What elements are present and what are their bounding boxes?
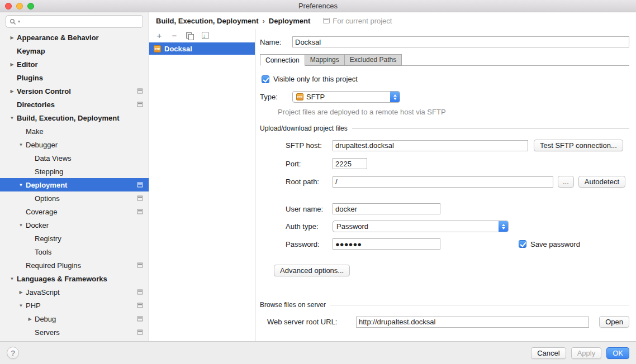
server-item-label: Docksal (164, 45, 192, 53)
port-input[interactable] (333, 158, 367, 169)
server-list: Docksal (149, 42, 255, 341)
sidebar-item-label: Options (35, 194, 60, 203)
save-password-label: Save password (530, 240, 580, 248)
upload-section-header: Upload/download project files (260, 124, 629, 132)
close-icon[interactable] (5, 3, 12, 9)
browse-root-path-button[interactable]: ... (558, 176, 574, 188)
sidebar-item-debugger[interactable]: ▼ Debugger (0, 138, 149, 151)
sidebar-item-languages-frameworks[interactable]: ▼ Languages & Frameworks (0, 272, 149, 285)
server-toolbar: + − (149, 29, 255, 42)
ok-button[interactable]: OK (606, 347, 629, 359)
per-project-settings-icon (137, 263, 143, 268)
type-value: SFTP (306, 93, 387, 101)
per-project-settings-icon (137, 89, 143, 94)
tree-arrow-icon: ▶ (9, 62, 15, 67)
tab-excluded-paths[interactable]: Excluded Paths (344, 54, 402, 65)
sidebar-item-plugins[interactable]: Plugins (0, 71, 149, 84)
sidebar-item-label: Plugins (17, 74, 43, 82)
sidebar-item-label: Required Plugins (26, 261, 81, 270)
tab-mappings[interactable]: Mappings (305, 54, 345, 65)
server-list-panel: + − Docksal (149, 29, 255, 341)
search-icon (10, 18, 16, 25)
auth-type-select[interactable]: Password (333, 221, 509, 232)
server-item-docksal[interactable]: Docksal (149, 42, 255, 55)
root-path-input[interactable] (333, 176, 553, 188)
port-label: Port: (286, 160, 333, 168)
sidebar-item-label: Directories (17, 100, 55, 109)
sidebar-item-data-views[interactable]: Data Views (0, 151, 149, 165)
paste-icon[interactable] (200, 31, 209, 40)
sidebar-item-label: Data Views (35, 154, 72, 162)
sidebar-item-keymap[interactable]: Keymap (0, 44, 149, 58)
copy-icon[interactable] (185, 31, 194, 40)
help-button[interactable]: ? (7, 347, 19, 359)
zoom-icon[interactable] (27, 3, 34, 9)
tree-arrow-icon: ▼ (9, 116, 15, 121)
sidebar-item-servers[interactable]: Servers (0, 325, 149, 339)
sidebar-item-make[interactable]: Make (0, 124, 149, 138)
sidebar-item-php[interactable]: ▼ PHP (0, 299, 149, 312)
sidebar-item-directories[interactable]: Directories (0, 98, 149, 111)
settings-search[interactable]: ▾ (6, 15, 143, 28)
per-project-settings-icon (137, 330, 143, 335)
breadcrumb: Build, Execution, Deployment › Deploymen… (149, 12, 636, 29)
sidebar-item-javascript[interactable]: ▶ JavaScript (0, 285, 149, 299)
sidebar-item-docker[interactable]: ▼ Docker (0, 218, 149, 232)
sidebar-item-label: Tools (35, 248, 51, 256)
window-title: Preferences (0, 2, 636, 10)
root-path-label: Root path: (286, 178, 333, 186)
for-current-project-icon (323, 18, 330, 23)
breadcrumb-build-execution-deployment[interactable]: Build, Execution, Deployment (156, 17, 258, 25)
password-label: Password: (286, 240, 333, 248)
sftp-host-input[interactable] (333, 140, 528, 151)
autodetect-button[interactable]: Autodetect (578, 176, 625, 188)
visible-only-label: Visible only for this project (273, 75, 358, 83)
apply-button[interactable]: Apply (571, 347, 602, 359)
open-button[interactable]: Open (599, 316, 629, 328)
test-sftp-connection-button[interactable]: Test SFTP connection... (534, 140, 623, 151)
sidebar-item-registry[interactable]: Registry (0, 232, 149, 245)
sidebar-item-stepping[interactable]: Stepping (0, 165, 149, 178)
sidebar-item-appearance-behavior[interactable]: ▶ Appearance & Behavior (0, 31, 149, 44)
save-password-checkbox[interactable] (519, 240, 526, 248)
tree-arrow-icon: ▼ (18, 223, 24, 228)
per-project-settings-icon (137, 209, 143, 214)
sidebar-item-label: Debug (35, 315, 56, 323)
sidebar-item-label: Coverage (26, 208, 57, 216)
sftp-server-icon (154, 45, 161, 52)
per-project-settings-icon (137, 196, 143, 201)
type-select[interactable]: SFTP (292, 91, 400, 103)
sidebar-item-build-execution-deployment[interactable]: ▼ Build, Execution, Deployment (0, 111, 149, 124)
browse-section-header: Browse files on server (260, 301, 629, 309)
visible-only-checkbox[interactable] (262, 75, 269, 83)
sidebar-item-editor[interactable]: ▶ Editor (0, 58, 149, 71)
sidebar-item-options[interactable]: Options (0, 191, 149, 205)
remove-icon[interactable]: − (170, 31, 179, 40)
sidebar-item-label: Registry (35, 234, 61, 243)
search-input[interactable] (22, 18, 139, 26)
tab-connection[interactable]: Connection (260, 54, 305, 66)
sidebar-item-label: Version Control (17, 87, 71, 95)
password-input[interactable] (333, 238, 440, 250)
sidebar-item-deployment[interactable]: ▼ Deployment (0, 178, 149, 191)
tree-arrow-icon: ▼ (18, 142, 24, 147)
minimize-icon[interactable] (16, 3, 23, 9)
cancel-button[interactable]: Cancel (531, 347, 566, 359)
web-root-input[interactable] (356, 317, 589, 328)
per-project-settings-icon (137, 290, 143, 295)
advanced-options-button[interactable]: Advanced options... (274, 265, 350, 276)
sidebar-item-coverage[interactable]: Coverage (0, 205, 149, 218)
user-name-input[interactable] (333, 203, 440, 214)
sidebar-item-tools[interactable]: Tools (0, 245, 149, 258)
chevron-down-icon: ▾ (18, 19, 20, 24)
sidebar-item-debug[interactable]: ▶ Debug (0, 312, 149, 325)
sidebar-item-version-control[interactable]: ▶ Version Control (0, 84, 149, 98)
browse-section-label: Browse files on server (260, 301, 326, 309)
sidebar-item-required-plugins[interactable]: Required Plugins (0, 258, 149, 272)
name-input[interactable] (292, 36, 629, 47)
sftp-host-label: SFTP host: (286, 141, 333, 150)
tree-arrow-icon: ▶ (9, 89, 15, 94)
sidebar-item-label: Languages & Frameworks (17, 275, 107, 283)
breadcrumb-separator: › (262, 17, 264, 25)
add-icon[interactable]: + (155, 31, 164, 40)
